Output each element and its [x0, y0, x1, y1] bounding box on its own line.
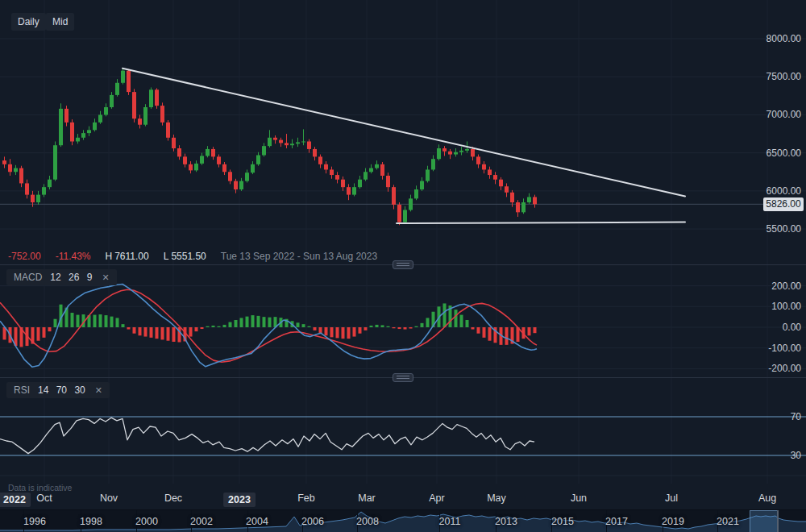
- macd-histogram-bar: [314, 327, 317, 330]
- macd-histogram-bar: [127, 327, 131, 330]
- macd-histogram-bar: [156, 327, 159, 339]
- time-axis-label: Feb: [297, 493, 315, 504]
- macd-histogram-bar: [122, 324, 125, 327]
- time-axis[interactable]: 2022OctNovDec2023FebMarAprMayJunJulAug: [0, 482, 806, 509]
- macd-histogram-bar: [302, 324, 305, 327]
- macd-histogram-bar: [133, 327, 136, 334]
- minimap-year-label: 2006: [301, 516, 324, 527]
- candle-body: [442, 148, 447, 152]
- time-axis-label: Jun: [571, 493, 587, 504]
- macd-histogram-bar: [195, 327, 198, 331]
- candle-body: [459, 151, 463, 152]
- macd-histogram-bar: [359, 327, 362, 334]
- macd-histogram-bar: [223, 325, 226, 327]
- candle-body: [488, 169, 492, 175]
- macd-histogram-bar: [421, 323, 424, 327]
- minimap-year-label: 2015: [551, 516, 574, 527]
- macd-histogram-bar: [460, 315, 463, 327]
- candle-body: [149, 89, 153, 107]
- minimap-year-label: 2008: [356, 516, 379, 527]
- rsi-panel-canvas[interactable]: [0, 379, 806, 484]
- time-axis-label: 2023: [223, 493, 256, 507]
- downtrend-line: [123, 69, 685, 197]
- macd-histogram-bar: [110, 317, 114, 327]
- macd-histogram-bar: [150, 327, 153, 338]
- candle-body: [499, 180, 503, 186]
- candle-body: [414, 189, 418, 198]
- minimap-area-chart: [0, 510, 806, 532]
- candle-body: [352, 187, 356, 194]
- candle-body: [222, 164, 226, 172]
- rsi-remove-icon[interactable]: ✕: [95, 385, 102, 396]
- candle-body: [31, 195, 35, 202]
- price-axis[interactable]: 8000.007500.007000.006500.006000.005500.…: [754, 0, 806, 482]
- candle-body: [234, 181, 238, 189]
- candle-body: [93, 123, 97, 130]
- macd-histogram-bar: [364, 327, 368, 330]
- minimap-range-marker[interactable]: [777, 510, 779, 532]
- candle-body: [14, 168, 18, 172]
- macd-histogram-bar: [308, 326, 311, 327]
- macd-histogram-bar: [455, 310, 458, 327]
- candle-body: [426, 169, 430, 181]
- price-source-button[interactable]: Mid: [46, 13, 74, 31]
- symbol-status-bar: -752.00 -11.43% H7611.00 L5551.50 Tue 13…: [8, 251, 377, 262]
- macd-histogram-bar: [528, 327, 531, 335]
- main-chart-canvas[interactable]: [0, 0, 806, 266]
- candle-body: [217, 156, 221, 164]
- candle-body: [482, 164, 486, 170]
- candle-body: [273, 138, 277, 140]
- minimap-visible-range-selection[interactable]: [750, 510, 778, 532]
- candle-body: [454, 152, 458, 155]
- candle-body: [132, 92, 136, 118]
- minimap-year-label: 2002: [190, 516, 213, 527]
- panel-resize-handle[interactable]: [393, 260, 413, 269]
- candle-body: [437, 148, 441, 159]
- candle-body: [318, 156, 322, 164]
- candle-body: [386, 176, 390, 187]
- macd-indicator-label: MACD 12 26 9 ✕: [6, 269, 117, 285]
- macd-histogram-bar: [426, 318, 430, 327]
- candle-body: [228, 172, 232, 181]
- candle-body: [335, 175, 339, 180]
- price-tick-label: 6000.00: [767, 185, 801, 197]
- minimap-year-label: 1996: [23, 516, 46, 527]
- candle-body: [206, 149, 210, 156]
- candle-body: [262, 146, 266, 155]
- macd-histogram-bar: [505, 327, 509, 345]
- price-tick-label: 7500.00: [767, 71, 801, 82]
- candle-body: [76, 138, 80, 142]
- interval-button[interactable]: Daily: [11, 13, 46, 31]
- minimap-year-label: 2000: [135, 516, 158, 527]
- macd-histogram-bar: [342, 327, 345, 339]
- macd-histogram-bar: [257, 316, 260, 327]
- macd-histogram-bar: [189, 327, 193, 337]
- time-axis-label: Dec: [164, 493, 182, 504]
- macd-histogram-bar: [325, 327, 328, 335]
- macd-histogram-bar: [167, 327, 170, 341]
- macd-histogram-bar: [534, 327, 537, 333]
- macd-histogram-bar: [93, 315, 97, 327]
- candle-body: [307, 141, 311, 148]
- candle-body: [505, 186, 509, 193]
- candle-body: [127, 71, 131, 92]
- macd-histogram-bar: [477, 327, 480, 334]
- macd-histogram-bar: [161, 327, 164, 339]
- panel-resize-handle[interactable]: [393, 373, 413, 382]
- candle-body: [516, 202, 520, 212]
- candle-body: [138, 118, 142, 125]
- rsi-name: RSI: [14, 384, 30, 396]
- minimap-year-label: 2019: [662, 516, 684, 527]
- candle-body: [409, 198, 413, 210]
- macd-remove-icon[interactable]: ✕: [102, 272, 109, 283]
- range-high: H7611.00: [106, 251, 149, 262]
- history-minimap[interactable]: 1996199820002002200420062008201120132015…: [0, 509, 806, 532]
- candle-body: [8, 164, 12, 172]
- macd-histogram-bar: [37, 327, 40, 341]
- macd-panel-canvas[interactable]: [0, 266, 806, 379]
- candle-body: [98, 114, 102, 122]
- chart-application: Daily Mid -752.00 -11.43% H7611.00 L5551…: [0, 0, 806, 532]
- macd-params: 12 26 9: [50, 272, 92, 283]
- macd-histogram-bar: [99, 314, 102, 327]
- candle-body: [448, 152, 452, 155]
